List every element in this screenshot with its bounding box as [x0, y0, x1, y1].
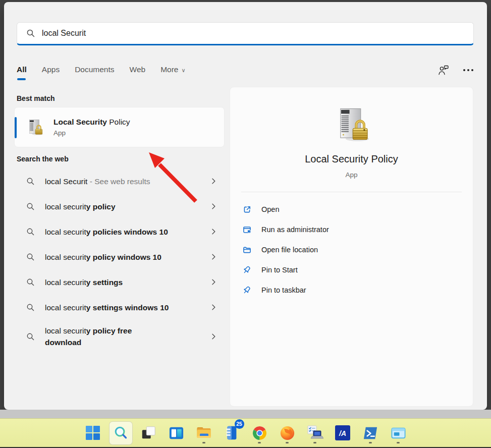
firefox-button[interactable]	[276, 421, 299, 445]
tab-all[interactable]: All	[17, 65, 27, 75]
web-suggestion[interactable]: local security settings	[14, 269, 225, 295]
notification-badge: 25	[235, 419, 244, 429]
device-management-icon	[306, 424, 323, 441]
search-taskbar-button[interactable]	[109, 421, 133, 445]
chrome-button[interactable]	[248, 421, 271, 445]
ma-app-button[interactable]: /A	[331, 421, 355, 445]
running-indicator	[397, 442, 400, 443]
powershell-icon	[362, 425, 379, 441]
pin-to-taskbar-icon	[242, 286, 251, 295]
search-the-web-label: Search the web	[17, 155, 69, 163]
running-indicator	[258, 442, 261, 443]
widgets-button[interactable]	[165, 421, 188, 445]
chrome-icon	[251, 425, 268, 441]
search-suggestion-icon	[26, 253, 35, 261]
web-suggestion[interactable]: local Securit - See web results	[14, 169, 225, 194]
file-explorer-button[interactable]	[192, 421, 216, 445]
chevron-down-icon: ∨	[181, 67, 185, 73]
chevron-right-icon[interactable]	[209, 303, 217, 311]
terminal-button[interactable]	[387, 421, 410, 445]
best-match-result[interactable]: Local Security Policy App	[14, 107, 225, 147]
ma-app-icon: /A	[334, 424, 351, 441]
local-security-policy-icon	[25, 119, 44, 136]
search-input[interactable]	[42, 29, 464, 38]
task-view-icon	[140, 425, 156, 441]
running-indicator	[202, 442, 205, 443]
web-suggestion[interactable]: local security policy windows 10	[14, 244, 225, 269]
pin-to-taskbar-action[interactable]: Pin to taskbar	[230, 280, 473, 300]
preview-title: Local Security Policy	[230, 153, 473, 165]
tab-more[interactable]: More∨	[160, 65, 185, 75]
svg-text:/A: /A	[339, 429, 346, 437]
chevron-right-icon[interactable]	[209, 177, 217, 185]
result-preview-pane: Local Security Policy App Open	[230, 87, 473, 407]
pin-to-start-action[interactable]: Pin to Start	[230, 260, 473, 280]
search-icon	[26, 29, 35, 38]
device-management-button[interactable]	[303, 421, 327, 445]
chevron-right-icon[interactable]	[209, 278, 217, 286]
search-suggestion-icon	[26, 303, 35, 312]
running-indicator	[369, 442, 372, 443]
chevron-right-icon[interactable]	[209, 202, 217, 210]
preview-subtitle: App	[230, 171, 473, 179]
best-match-subtitle: App	[53, 129, 130, 137]
firefox-icon	[279, 425, 296, 441]
web-suggestion[interactable]: local security policies windows 10	[14, 219, 225, 244]
taskbar: 25	[0, 418, 491, 447]
pin-to-start-icon	[242, 265, 251, 274]
file-explorer-icon	[195, 424, 212, 441]
tab-apps[interactable]: Apps	[42, 65, 60, 75]
best-match-title: Local Security Policy	[53, 118, 130, 127]
widgets-icon	[168, 425, 185, 441]
tab-web[interactable]: Web	[130, 65, 146, 75]
open-action[interactable]: Open	[230, 199, 473, 219]
task-view-button[interactable]	[137, 421, 160, 445]
folder-icon	[242, 246, 251, 254]
search-suggestion-icon	[26, 332, 35, 341]
chevron-right-icon[interactable]	[209, 253, 217, 261]
web-suggestion[interactable]: local security settings windows 10	[14, 295, 225, 320]
search-box[interactable]	[17, 22, 474, 45]
terminal-icon	[390, 425, 407, 441]
search-suggestion-icon	[26, 177, 35, 186]
running-indicator	[313, 442, 316, 443]
mail-button[interactable]: 25	[220, 421, 244, 445]
search-suggestion-icon	[26, 278, 35, 287]
divider	[241, 192, 462, 192]
chevron-right-icon[interactable]	[209, 228, 217, 236]
more-options-icon[interactable]	[463, 69, 474, 72]
best-match-label: Best match	[17, 94, 54, 102]
open-file-location-action[interactable]: Open file location	[230, 240, 473, 260]
web-suggestion[interactable]: local security policy	[14, 194, 225, 219]
start-icon	[84, 424, 101, 441]
search-filter-tabs: All Apps Documents Web More∨	[17, 60, 474, 81]
selection-accent-bar	[15, 117, 17, 138]
search-suggestion-icon	[26, 228, 35, 236]
desktop-strip	[0, 410, 491, 418]
powershell-button[interactable]	[359, 421, 383, 445]
run-as-administrator-action[interactable]: Run as administrator	[230, 219, 473, 240]
search-flyout: All Apps Documents Web More∨ Best match	[4, 2, 487, 410]
web-suggestions-list: local Securit - See web results local se…	[14, 169, 225, 353]
chevron-right-icon[interactable]	[209, 332, 217, 341]
start-button[interactable]	[81, 421, 105, 445]
tab-documents[interactable]: Documents	[75, 65, 114, 75]
taskbar-search-icon	[113, 425, 129, 441]
search-suggestion-icon	[26, 202, 35, 211]
account-feedback-icon[interactable]	[438, 65, 450, 76]
web-suggestion[interactable]: local security policy free download	[14, 320, 225, 353]
preview-actions: Open Run as administrator	[230, 199, 473, 300]
running-indicator	[286, 442, 289, 443]
local-security-policy-large-icon	[332, 106, 372, 142]
run-as-administrator-icon	[242, 226, 251, 234]
open-icon	[242, 205, 251, 214]
